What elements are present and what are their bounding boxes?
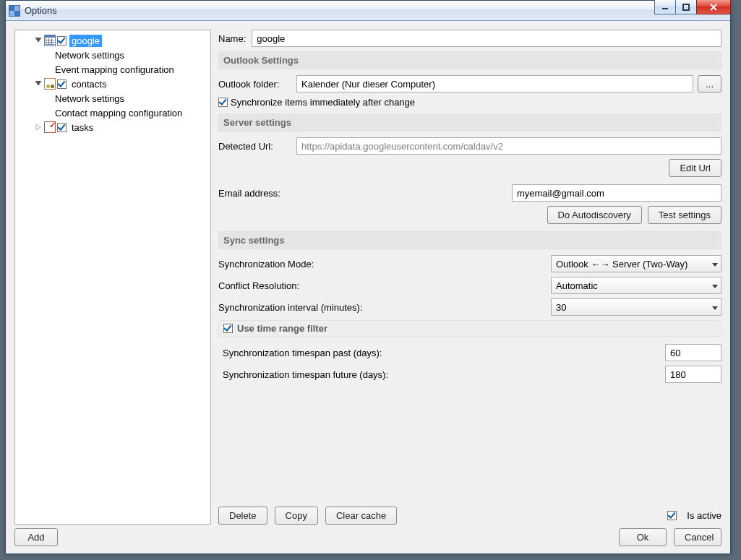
- past-label: Synchronization timespan past (days):: [223, 348, 659, 358]
- cancel-button[interactable]: Cancel: [674, 528, 721, 546]
- minimize-icon: [661, 4, 669, 11]
- name-input[interactable]: [252, 30, 721, 47]
- time-range-checkbox[interactable]: [223, 324, 233, 333]
- time-range-label: Use time range filter: [237, 323, 327, 334]
- clear-cache-button[interactable]: Clear cache: [325, 507, 397, 525]
- chevron-down-icon[interactable]: [35, 80, 42, 87]
- sync-immediate-checkbox[interactable]: [218, 98, 228, 107]
- profile-tree[interactable]: google Network settings Event mapping co…: [14, 30, 211, 525]
- detected-url-input: [296, 137, 721, 155]
- tree-item-google[interactable]: google: [17, 33, 209, 48]
- interval-value: 30: [556, 302, 566, 313]
- chevron-right-icon[interactable]: [35, 124, 42, 131]
- chevron-down-icon: [712, 280, 718, 291]
- tree-label: Network settings: [53, 92, 127, 105]
- edit-url-button[interactable]: Edit Url: [669, 159, 721, 177]
- test-settings-button[interactable]: Test settings: [648, 206, 721, 224]
- future-label: Synchronization timespan future (days):: [223, 369, 659, 380]
- settings-panel: Name: Outlook Settings Outlook folder: .…: [218, 30, 721, 525]
- tree-label: Contact mapping configuration: [53, 107, 184, 119]
- tree-label: tasks: [69, 121, 95, 134]
- tree-label: Event mapping configuration: [53, 64, 176, 76]
- browse-folder-button[interactable]: ...: [698, 75, 721, 92]
- past-input[interactable]: [665, 344, 721, 361]
- checkbox[interactable]: [57, 79, 67, 89]
- client-area: google Network settings Event mapping co…: [6, 21, 730, 553]
- ok-button[interactable]: Ok: [619, 528, 667, 546]
- add-button[interactable]: Add: [14, 528, 58, 546]
- conflict-label: Conflict Resolution:: [218, 280, 545, 291]
- chevron-down-icon[interactable]: [35, 37, 42, 44]
- section-server: Server settings: [218, 113, 721, 132]
- chevron-down-icon: [712, 302, 718, 313]
- copy-button[interactable]: Copy: [275, 507, 318, 525]
- minimize-button[interactable]: [654, 0, 676, 14]
- detected-url-label: Detected Url:: [218, 141, 291, 152]
- future-input[interactable]: [665, 366, 721, 383]
- tree-label: contacts: [69, 78, 108, 90]
- sync-mode-value: Outlook ←→ Server (Two-Way): [556, 259, 688, 270]
- svg-marker-6: [36, 124, 40, 130]
- section-sync: Sync settings: [218, 231, 721, 249]
- conflict-value: Automatic: [556, 280, 598, 291]
- tree-item-contacts[interactable]: contacts: [17, 77, 209, 91]
- interval-label: Synchronization interval (minutes):: [218, 302, 545, 313]
- titlebar[interactable]: Options: [6, 1, 730, 21]
- is-active-checkbox[interactable]: [667, 511, 677, 520]
- contacts-icon: [44, 78, 56, 90]
- svg-marker-7: [712, 263, 718, 267]
- tree-item-network-2[interactable]: Network settings: [17, 91, 209, 105]
- maximize-icon: [682, 4, 690, 11]
- outlook-folder-input[interactable]: [296, 75, 693, 92]
- autodiscovery-button[interactable]: Do Autodiscovery: [547, 206, 642, 224]
- svg-rect-1: [683, 4, 689, 10]
- close-icon: [709, 4, 718, 11]
- svg-marker-9: [712, 306, 718, 310]
- app-icon: [9, 5, 20, 17]
- window-controls: [655, 0, 731, 14]
- tasks-icon: [44, 121, 56, 133]
- options-window: Options google: [5, 0, 731, 554]
- is-active-label: Is active: [687, 510, 721, 521]
- checkbox[interactable]: [57, 36, 67, 46]
- tree-item-event-mapping[interactable]: Event mapping configuration: [17, 62, 209, 77]
- svg-marker-4: [35, 38, 41, 42]
- chevron-down-icon: [712, 259, 718, 270]
- name-label: Name:: [218, 33, 246, 44]
- conflict-select[interactable]: Automatic: [551, 277, 721, 294]
- sync-mode-label: Synchronization Mode:: [218, 259, 545, 270]
- outlook-folder-label: Outlook folder:: [218, 79, 291, 90]
- tree-item-network[interactable]: Network settings: [17, 48, 209, 62]
- sync-immediate-label: Synchronize items immediately after chan…: [231, 97, 415, 108]
- svg-marker-8: [712, 285, 718, 288]
- email-input[interactable]: [512, 184, 721, 202]
- window-title: Options: [25, 5, 57, 16]
- sync-mode-select[interactable]: Outlook ←→ Server (Two-Way): [551, 255, 721, 272]
- maximize-button[interactable]: [675, 0, 697, 14]
- calendar-icon: [44, 35, 56, 46]
- tree-item-contact-mapping[interactable]: Contact mapping configuration: [17, 105, 209, 120]
- svg-marker-5: [35, 81, 41, 85]
- email-label: Email address:: [218, 188, 291, 199]
- section-outlook: Outlook Settings: [218, 51, 721, 69]
- interval-select[interactable]: 30: [551, 298, 721, 316]
- tree-item-tasks[interactable]: tasks: [17, 120, 209, 134]
- delete-button[interactable]: Delete: [218, 507, 267, 525]
- checkbox[interactable]: [57, 123, 67, 132]
- close-button[interactable]: [696, 0, 731, 14]
- tree-label: google: [69, 35, 102, 47]
- tree-label: Network settings: [53, 49, 127, 61]
- time-range-header: Use time range filter: [218, 320, 721, 337]
